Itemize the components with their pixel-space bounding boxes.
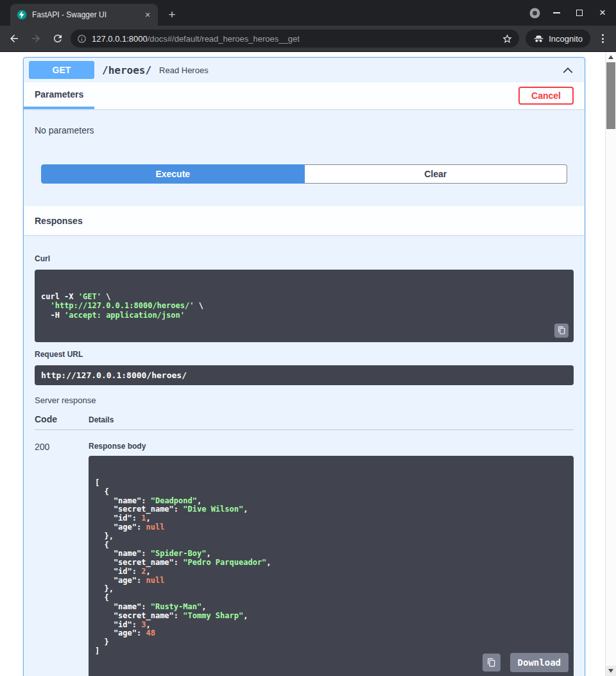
opblock-get-heroes: GET /heroes/ Read Heroes Parameters Canc… [23,57,585,676]
responses-body: Curl curl -X 'GET' \ 'http://127.0.0.1:8… [24,235,585,676]
parameters-header: Parameters Cancel [24,82,585,109]
server-response-label: Server response [35,395,574,405]
back-button[interactable] [5,30,23,48]
new-tab-button[interactable]: + [163,6,181,24]
window-controls: × [529,0,616,26]
site-info-icon[interactable] [77,34,87,44]
minimize-button[interactable] [549,6,563,20]
cancel-button[interactable]: Cancel [518,87,574,105]
url-text: 127.0.0.1:8000/docs#/default/read_heroes… [92,34,300,44]
page-scrollbar[interactable] [605,52,616,676]
request-url-block: http://127.0.0.1:8000/heroes/ [35,365,574,386]
response-row: 200 Response body [ { "name": "Deadpond"… [35,430,574,676]
no-parameters-text: No parameters [35,125,94,135]
forward-button[interactable] [27,30,45,48]
incognito-badge: Incognito [526,30,590,48]
parameters-body: No parameters [24,109,585,164]
copy-curl-button[interactable] [554,324,569,338]
collapse-chevron-icon[interactable] [561,64,579,76]
response-details-cell: Response body [ { "name": "Deadpond", "s… [89,442,574,676]
responses-title: Responses [35,216,83,226]
curl-label: Curl [35,254,574,263]
swagger-page: GET /heroes/ Read Heroes Parameters Canc… [0,52,605,676]
bookmark-star-icon[interactable] [502,33,513,44]
responses-header: Responses [24,206,585,235]
scrollbar-up-icon[interactable] [606,52,616,62]
copy-response-button[interactable] [483,654,501,672]
response-body-block: [ { "name": "Deadpond", "secret_name": "… [89,456,574,676]
browser-menu-icon[interactable] [594,30,611,48]
operation-path: /heroes/ [102,64,151,76]
request-url-label: Request URL [35,350,574,359]
tab-close-icon[interactable]: × [142,10,153,20]
curl-code-block: curl -X 'GET' \ 'http://127.0.0.1:8000/h… [35,270,574,342]
incognito-label: Incognito [549,34,583,44]
browser-update-icon[interactable] [529,8,540,19]
window-close-button[interactable]: × [595,6,610,20]
execute-button[interactable]: Execute [41,164,305,184]
response-body-label: Response body [89,442,574,451]
maximize-button[interactable] [572,6,586,20]
clear-button[interactable]: Clear [305,164,568,184]
method-badge: GET [29,61,94,79]
browser-toolbar: 127.0.0.1:8000/docs#/default/read_heroes… [0,26,616,52]
execute-button-group: Execute Clear [24,164,585,184]
download-button[interactable]: Download [510,653,569,672]
response-table-header: Code Details [35,414,574,430]
code-column-header: Code [35,414,89,424]
opblock-summary[interactable]: GET /heroes/ Read Heroes [24,58,585,82]
tab-strip: FastAPI - Swagger UI × + × [0,0,616,26]
scrollbar-thumb[interactable] [606,62,615,129]
incognito-icon [533,33,544,44]
tab-parameters[interactable]: Parameters [24,82,94,109]
details-column-header: Details [89,415,574,424]
browser-tab[interactable]: FastAPI - Swagger UI × [10,4,158,26]
address-bar[interactable]: 127.0.0.1:8000/docs#/default/read_heroes… [71,30,519,48]
fastapi-favicon-icon [17,10,27,20]
reload-button[interactable] [49,30,67,48]
status-code: 200 [35,442,89,676]
scrollbar-down-icon[interactable] [606,666,616,676]
tab-title: FastAPI - Swagger UI [32,10,137,19]
operation-summary: Read Heroes [159,65,209,75]
